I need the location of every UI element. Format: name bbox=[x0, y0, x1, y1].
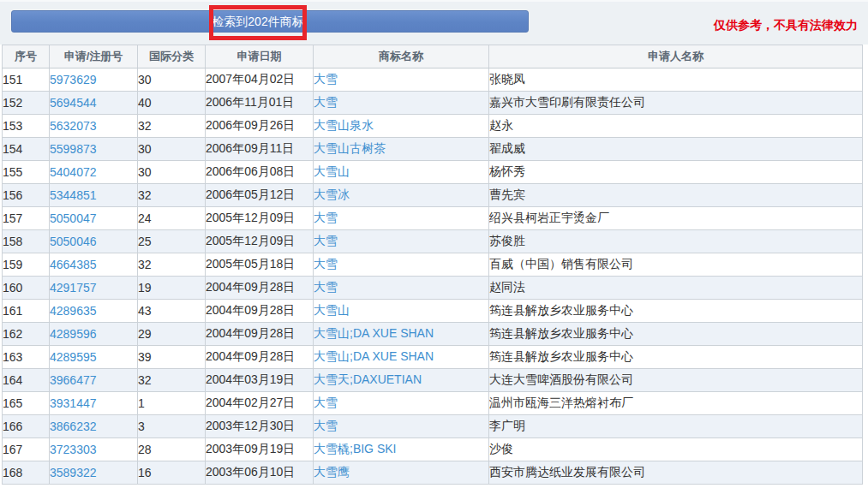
registration-number-link[interactable]: 3866232 bbox=[50, 420, 97, 433]
trademark-name-link[interactable]: 大雪山古树茶 bbox=[314, 141, 386, 155]
trademark-name-link[interactable]: 大雪 bbox=[314, 234, 338, 247]
registration-number-link[interactable]: 5050046 bbox=[50, 235, 97, 248]
cell-app_date: 2006年06月08日 bbox=[206, 161, 314, 184]
cell-applicant: 苏俊胜 bbox=[489, 230, 863, 253]
cell-intl_class: 3 bbox=[138, 415, 206, 438]
table-row: 1634289595392004年09月28日大雪山;DA XUE SHAN筠连… bbox=[3, 346, 863, 369]
cell-app_date: 2005年12月09日 bbox=[206, 230, 314, 253]
cell-applicant: 张晓凤 bbox=[489, 68, 863, 92]
cell-trademark: 大雪山;DA XUE SHAN bbox=[314, 346, 489, 369]
table-row: 1594664385322005年05月18日大雪百威（中国）销售有限公司 bbox=[3, 253, 863, 277]
column-header-app_date: 申请日期 bbox=[206, 45, 314, 68]
cell-applicant: 杨怀秀 bbox=[489, 161, 863, 184]
trademark-name-link[interactable]: 大雪鹰 bbox=[314, 465, 350, 479]
registration-number-link[interactable]: 3589322 bbox=[50, 466, 97, 479]
cell-app_date: 2007年04月02日 bbox=[206, 68, 314, 92]
column-header-trademark: 商标名称 bbox=[314, 45, 489, 68]
trademark-name-link[interactable]: 大雪 bbox=[314, 72, 338, 86]
trademark-name-link[interactable]: 大雪 bbox=[314, 419, 338, 432]
cell-reg_no: 3589322 bbox=[50, 461, 138, 485]
cell-trademark: 大雪天;DAXUETIAN bbox=[314, 369, 489, 392]
cell-reg_no: 5694544 bbox=[50, 92, 138, 115]
cell-trademark: 大雪 bbox=[314, 207, 489, 230]
cell-applicant: 筠连县解放乡农业服务中心 bbox=[489, 346, 863, 369]
trademark-name-link[interactable]: 大雪 bbox=[314, 396, 338, 409]
trademark-name-link[interactable]: 大雪山 bbox=[314, 303, 350, 317]
registration-number-link[interactable]: 3966477 bbox=[50, 373, 97, 387]
cell-no: 166 bbox=[3, 415, 50, 438]
registration-number-link[interactable]: 3931447 bbox=[50, 396, 97, 410]
registration-number-link[interactable]: 5694544 bbox=[50, 96, 97, 110]
registration-number-link[interactable]: 5050047 bbox=[50, 211, 97, 225]
cell-trademark: 大雪 bbox=[314, 277, 489, 300]
trademark-name-link[interactable]: 大雪 bbox=[314, 257, 338, 271]
cell-trademark: 大雪山;DA XUE SHAN bbox=[314, 323, 489, 346]
cell-trademark: 大雪橇;BIG SKI bbox=[314, 438, 489, 461]
cell-intl_class: 40 bbox=[138, 92, 206, 115]
registration-number-link[interactable]: 5973629 bbox=[50, 73, 97, 86]
cell-no: 160 bbox=[3, 277, 50, 300]
table-row: 1575050047242005年12月09日大雪绍兴县柯岩正宇烫金厂 bbox=[3, 207, 863, 230]
registration-number-link[interactable]: 5404072 bbox=[50, 165, 97, 179]
column-header-reg_no: 申请/注册号 bbox=[50, 45, 138, 68]
table-row: 1643966477322004年03月19日大雪天;DAXUETIAN大连大雪… bbox=[3, 369, 863, 392]
trademark-name-link[interactable]: 大雪山;DA XUE SHAN bbox=[314, 326, 434, 340]
cell-app_date: 2006年11月01日 bbox=[206, 92, 314, 115]
registration-number-link[interactable]: 4291757 bbox=[50, 281, 97, 295]
trademark-name-link[interactable]: 大雪山;DA XUE SHAN bbox=[314, 349, 434, 363]
cell-reg_no: 3931447 bbox=[50, 392, 138, 415]
cell-intl_class: 16 bbox=[138, 461, 206, 485]
cell-reg_no: 4289596 bbox=[50, 323, 138, 346]
trademark-name-link[interactable]: 大雪天;DAXUETIAN bbox=[314, 372, 422, 386]
table-row: 1673723303282003年09月19日大雪橇;BIG SKI沙俊 bbox=[3, 438, 863, 461]
cell-applicant: 赵同法 bbox=[489, 277, 863, 300]
registration-number-link[interactable]: 5599873 bbox=[50, 142, 97, 156]
cell-applicant: 大连大雪啤酒股份有限公司 bbox=[489, 369, 863, 392]
registration-number-link[interactable]: 4664385 bbox=[50, 258, 97, 271]
registration-number-link[interactable]: 5632073 bbox=[50, 119, 97, 133]
cell-trademark: 大雪 bbox=[314, 253, 489, 277]
cell-intl_class: 24 bbox=[138, 207, 206, 230]
cell-app_date: 2003年12月30日 bbox=[206, 415, 314, 438]
cell-intl_class: 30 bbox=[138, 68, 206, 92]
registration-number-link[interactable]: 4289595 bbox=[50, 350, 97, 364]
cell-app_date: 2004年09月28日 bbox=[206, 300, 314, 323]
cell-applicant: 筠连县解放乡农业服务中心 bbox=[489, 323, 863, 346]
table-row: 1585050046252005年12月09日大雪苏俊胜 bbox=[3, 230, 863, 253]
cell-app_date: 2004年02月27日 bbox=[206, 392, 314, 415]
registration-number-link[interactable]: 4289596 bbox=[50, 327, 97, 341]
cell-trademark: 大雪 bbox=[314, 230, 489, 253]
trademark-results-table: 序号申请/注册号国际分类申请日期商标名称申请人名称 15159736293020… bbox=[2, 45, 863, 485]
cell-applicant: 李广明 bbox=[489, 415, 863, 438]
cell-no: 168 bbox=[3, 461, 50, 485]
cell-trademark: 大雪 bbox=[314, 392, 489, 415]
trademark-name-link[interactable]: 大雪 bbox=[314, 280, 338, 294]
trademark-name-link[interactable]: 大雪冰 bbox=[314, 187, 350, 201]
registration-number-link[interactable]: 3723303 bbox=[50, 443, 97, 456]
cell-app_date: 2003年06月10日 bbox=[206, 461, 314, 485]
cell-intl_class: 30 bbox=[138, 161, 206, 184]
cell-intl_class: 32 bbox=[138, 253, 206, 277]
cell-intl_class: 32 bbox=[138, 369, 206, 392]
column-header-intl_class: 国际分类 bbox=[138, 45, 206, 68]
cell-reg_no: 5599873 bbox=[50, 138, 138, 161]
cell-no: 158 bbox=[3, 230, 50, 253]
cell-no: 151 bbox=[3, 68, 50, 92]
cell-trademark: 大雪山古树茶 bbox=[314, 138, 489, 161]
trademark-name-link[interactable]: 大雪 bbox=[314, 95, 338, 109]
column-header-no: 序号 bbox=[3, 45, 50, 68]
trademark-name-link[interactable]: 大雪橇;BIG SKI bbox=[314, 442, 396, 455]
cell-trademark: 大雪山 bbox=[314, 161, 489, 184]
cell-app_date: 2005年05月18日 bbox=[206, 253, 314, 277]
cell-intl_class: 29 bbox=[138, 323, 206, 346]
registration-number-link[interactable]: 5344851 bbox=[50, 188, 97, 202]
trademark-name-link[interactable]: 大雪 bbox=[314, 211, 338, 224]
cell-no: 154 bbox=[3, 138, 50, 161]
cell-trademark: 大雪 bbox=[314, 415, 489, 438]
trademark-name-link[interactable]: 大雪山泉水 bbox=[314, 118, 374, 132]
cell-applicant: 绍兴县柯岩正宇烫金厂 bbox=[489, 207, 863, 230]
trademark-name-link[interactable]: 大雪山 bbox=[314, 164, 350, 178]
table-row: 1624289596292004年09月28日大雪山;DA XUE SHAN筠连… bbox=[3, 323, 863, 346]
registration-number-link[interactable]: 4289635 bbox=[50, 304, 97, 318]
cell-app_date: 2005年12月09日 bbox=[206, 207, 314, 230]
